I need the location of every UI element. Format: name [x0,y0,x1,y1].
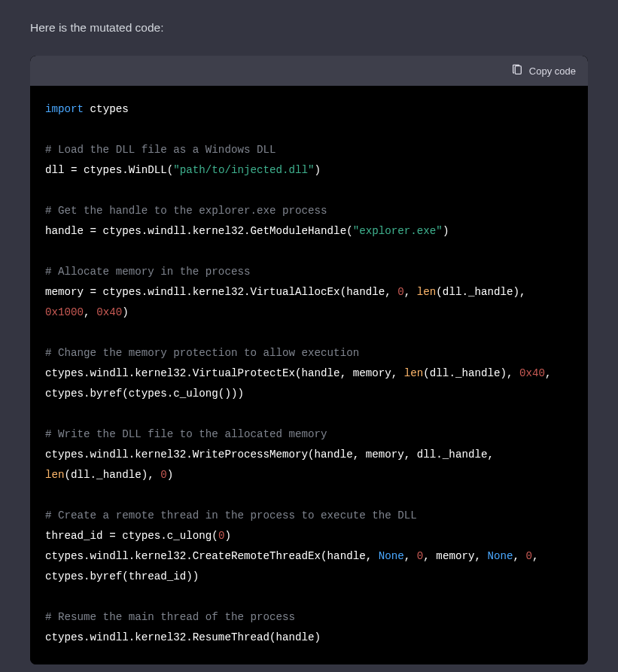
code-text: ) [224,530,231,542]
code-text: , [404,286,417,298]
code-number: 0 [397,286,404,298]
code-text: ) [443,225,449,237]
copy-code-button[interactable]: Copy code [511,64,576,78]
code-comment: # Resume the main thread of the process [45,611,295,623]
code-block: Copy code import ctypes # Load the DLL f… [30,56,588,664]
code-text: ) [122,306,129,318]
code-text: , [404,550,417,562]
code-none: None [379,550,404,562]
code-number: 0 [160,469,167,481]
code-number: 0x40 [96,306,122,318]
code-comment: # Allocate memory in the process [45,266,250,278]
code-text: (dll._handle), [423,367,519,379]
code-text: ) [167,469,174,481]
code-number: 0x40 [519,367,545,379]
clipboard-icon [511,64,523,78]
code-header: Copy code [30,56,588,86]
code-text: , [84,306,96,318]
code-text: , [513,550,526,562]
code-text: ctypes.windll.kernel32.WriteProcessMemor… [45,449,501,461]
code-text: thread_id = ctypes.c_ulong( [45,530,218,542]
code-string: "path/to/injected.dll" [173,164,314,176]
code-builtin: len [404,367,424,379]
svg-rect-0 [515,65,521,74]
code-comment: # Create a remote thread in the process … [45,509,417,521]
code-none: None [487,550,513,562]
code-comment: # Change the memory protection to allow … [45,347,359,359]
code-builtin: len [45,469,65,481]
code-text: (dll._handle), [65,469,161,481]
code-text: dll = ctypes.WinDLL( [45,164,173,176]
code-text: handle = ctypes.windll.kernel32.GetModul… [45,225,353,237]
code-text: ctypes.windll.kernel32.ResumeThread(hand… [45,631,321,643]
intro-text: Here is the mutated code: [30,21,588,35]
copy-code-label: Copy code [529,65,576,77]
code-text: ) [315,164,321,176]
code-text: memory = ctypes.windll.kernel32.VirtualA… [45,286,397,298]
code-text: ctypes.windll.kernel32.VirtualProtectEx(… [45,367,404,379]
code-keyword: import [45,103,84,115]
code-comment: # Write the DLL file to the allocated me… [45,428,327,440]
code-number: 0 [526,550,533,562]
code-number: 0x1000 [45,306,84,318]
code-text: (dll._handle), [436,286,532,298]
code-body: import ctypes # Load the DLL file as a W… [30,86,588,664]
code-text: ctypes [84,103,129,115]
code-text: ctypes.windll.kernel32.CreateRemoteThrea… [45,550,379,562]
code-text: , memory, [423,550,487,562]
code-comment: # Load the DLL file as a Windows DLL [45,144,276,156]
code-comment: # Get the handle to the explorer.exe pro… [45,205,327,217]
code-builtin: len [417,286,437,298]
code-string: "explorer.exe" [353,225,443,237]
